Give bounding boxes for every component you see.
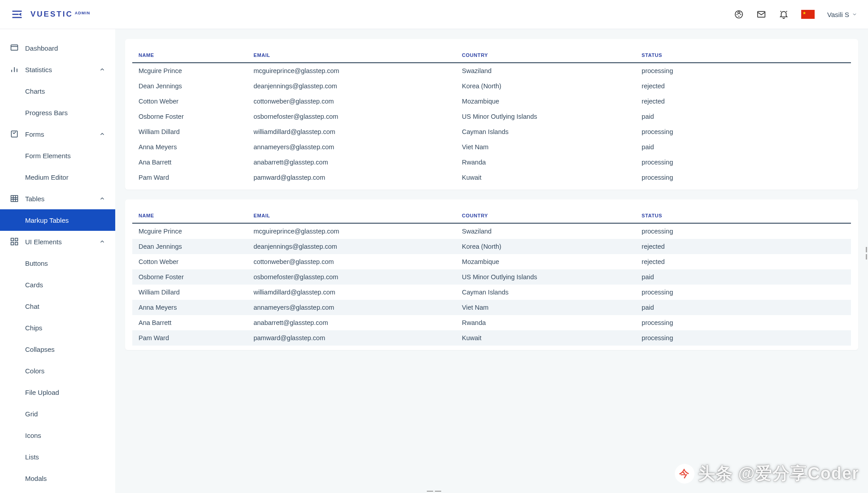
sidebar-item-chips[interactable]: Chips	[0, 317, 115, 338]
sidebar-item-label: Statistics	[25, 66, 52, 74]
svg-rect-8	[11, 195, 18, 201]
sidebar-item-grid[interactable]: Grid	[0, 403, 115, 424]
table-cell-status: paid	[635, 109, 851, 124]
table-header-status: STATUS	[635, 209, 851, 223]
table-header-country: COUNTRY	[456, 49, 635, 63]
sidebar-item-ui-elements[interactable]: UI Elements	[0, 231, 115, 252]
sidebar-item-buttons[interactable]: Buttons	[0, 252, 115, 274]
table-cell-status: processing	[635, 63, 851, 78]
theme-icon[interactable]	[734, 9, 744, 19]
sidebar-item-label: Progress Bars	[25, 109, 68, 117]
table-cell-status: processing	[635, 223, 851, 239]
table-cell-email: williamdillard@glasstep.com	[247, 285, 456, 300]
sidebar-item-label: Dashboard	[25, 44, 58, 52]
sidebar-item-chat[interactable]: Chat	[0, 295, 115, 317]
table-row: Osborne Fosterosbornefoster@glasstep.com…	[132, 269, 851, 285]
table-cell-status: processing	[635, 124, 851, 139]
svg-rect-7	[11, 131, 17, 137]
table-cell-status: rejected	[635, 94, 851, 109]
table-cell-country: US Minor Outlying Islands	[456, 269, 635, 285]
sidebar-item-forms[interactable]: Forms	[0, 123, 115, 145]
sidebar-item-label: Buttons	[25, 259, 48, 267]
table-cell-status: processing	[635, 315, 851, 330]
sidebar-item-statistics[interactable]: Statistics	[0, 59, 115, 80]
sidebar-item-charts[interactable]: Charts	[0, 80, 115, 102]
sidebar-item-label: Charts	[25, 87, 45, 95]
table-cell-email: pamward@glasstep.com	[247, 170, 456, 185]
sidebar-item-icons[interactable]: Icons	[0, 424, 115, 446]
table-cell-email: deanjennings@glasstep.com	[247, 239, 456, 254]
sidebar-item-progress-bars[interactable]: Progress Bars	[0, 102, 115, 123]
table-row: Anna Meyersannameyers@glasstep.comViet N…	[132, 139, 851, 155]
sidebar-item-label: Cards	[25, 281, 43, 289]
sidebar-item-markup-tables[interactable]: Markup Tables	[0, 209, 115, 231]
right-drag-handle[interactable]	[865, 246, 868, 260]
table-row: Anna Meyersannameyers@glasstep.comViet N…	[132, 300, 851, 315]
table-cell-country: Viet Nam	[456, 300, 635, 315]
table-cell-name: Cotton Weber	[132, 254, 247, 269]
user-menu[interactable]: Vasili S	[827, 11, 857, 18]
table-body-2: Mcguire Princemcguireprince@glasstep.com…	[132, 223, 851, 346]
table-row: Dean Jenningsdeanjennings@glasstep.comKo…	[132, 239, 851, 254]
table-row: Mcguire Princemcguireprince@glasstep.com…	[132, 63, 851, 78]
sidebar-item-lists[interactable]: Lists	[0, 446, 115, 467]
table-row: Mcguire Princemcguireprince@glasstep.com…	[132, 223, 851, 239]
table-cell-status: paid	[635, 269, 851, 285]
table-cell-name: William Dillard	[132, 285, 247, 300]
table-row: William Dillardwilliamdillard@glasstep.c…	[132, 124, 851, 139]
top-header: VUESTIC ADMIN Vasili S	[0, 0, 868, 29]
sidebar-item-modals[interactable]: Modals	[0, 467, 115, 489]
sidebar-item-label: Form Elements	[25, 152, 71, 160]
basic-table: NAME EMAIL COUNTRY STATUS Mcguire Prince…	[132, 49, 851, 185]
sidebar-item-label: Collapses	[25, 346, 55, 353]
table-header-status: STATUS	[635, 49, 851, 63]
table-cell-name: Ana Barrett	[132, 155, 247, 170]
chevron-up-icon	[99, 238, 105, 245]
table-cell-email: deanjennings@glasstep.com	[247, 78, 456, 94]
table-cell-country: Kuwait	[456, 170, 635, 185]
table-cell-country: Rwanda	[456, 155, 635, 170]
language-flag[interactable]	[801, 10, 815, 19]
sidebar-item-cards[interactable]: Cards	[0, 274, 115, 295]
logo[interactable]: VUESTIC ADMIN	[30, 10, 90, 19]
bottom-drag-handle[interactable]	[425, 489, 443, 493]
table-cell-name: Osborne Foster	[132, 109, 247, 124]
table-cell-status: paid	[635, 139, 851, 155]
table-cell-email: annameyers@glasstep.com	[247, 300, 456, 315]
sidebar-item-file-upload[interactable]: File Upload	[0, 381, 115, 403]
sidebar-item-label: Chat	[25, 303, 39, 310]
table-cell-country: Korea (North)	[456, 239, 635, 254]
sidebar-item-medium-editor[interactable]: Medium Editor	[0, 166, 115, 188]
table-cell-email: anabarrett@glasstep.com	[247, 155, 456, 170]
table-row: Pam Wardpamward@glasstep.comKuwaitproces…	[132, 330, 851, 346]
sidebar-item-colors[interactable]: Colors	[0, 360, 115, 381]
table-cell-status: paid	[635, 300, 851, 315]
table-row: William Dillardwilliamdillard@glasstep.c…	[132, 285, 851, 300]
sidebar-item-dashboard[interactable]: Dashboard	[0, 37, 115, 59]
sidebar-item-collapses[interactable]: Collapses	[0, 338, 115, 360]
table-row: Dean Jenningsdeanjennings@glasstep.comKo…	[132, 78, 851, 94]
svg-rect-9	[11, 238, 14, 241]
bell-icon[interactable]	[779, 9, 789, 19]
sidebar-item-tables[interactable]: Tables	[0, 188, 115, 209]
menu-toggle-icon[interactable]	[11, 8, 23, 21]
chevron-up-icon	[99, 66, 105, 73]
table-cell-name: Pam Ward	[132, 170, 247, 185]
table-row: Ana Barrettanabarrett@glasstep.comRwanda…	[132, 155, 851, 170]
mail-icon[interactable]	[756, 9, 766, 19]
svg-rect-11	[11, 242, 14, 245]
table-header-email: EMAIL	[247, 209, 456, 223]
table-row: Cotton Webercottonweber@glasstep.comMoza…	[132, 94, 851, 109]
svg-rect-12	[15, 242, 18, 245]
sidebar-item-label: Tables	[25, 195, 44, 203]
table-cell-name: Anna Meyers	[132, 300, 247, 315]
table-cell-status: rejected	[635, 239, 851, 254]
chevron-up-icon	[99, 195, 105, 202]
table-row: Pam Wardpamward@glasstep.comKuwaitproces…	[132, 170, 851, 185]
table-cell-name: William Dillard	[132, 124, 247, 139]
table-cell-email: annameyers@glasstep.com	[247, 139, 456, 155]
table-cell-name: Dean Jennings	[132, 78, 247, 94]
table-cell-name: Ana Barrett	[132, 315, 247, 330]
table-cell-email: pamward@glasstep.com	[247, 330, 456, 346]
sidebar-item-form-elements[interactable]: Form Elements	[0, 145, 115, 166]
